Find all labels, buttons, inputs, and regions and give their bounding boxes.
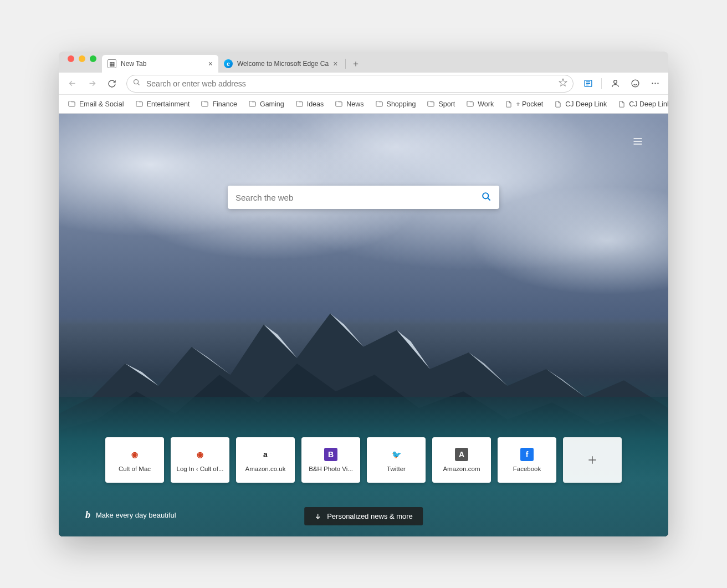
svg-point-5 — [654, 83, 656, 84]
bookmarks-bar: Email & SocialEntertainmentFinanceGaming… — [59, 95, 668, 114]
bookmark-item[interactable]: + Pocket — [500, 98, 547, 110]
quick-link-tile[interactable]: BB&H Photo Vi... — [301, 437, 360, 483]
feedback-button[interactable] — [626, 75, 644, 93]
toolbar — [59, 73, 668, 95]
bookmark-item[interactable]: CJ Deep Link — [550, 98, 611, 110]
web-search-input[interactable] — [235, 193, 481, 202]
tab-label: New Tab — [121, 60, 146, 68]
tile-label: Log In ‹ Cult of... — [176, 466, 223, 472]
quick-links-tiles: ◉Cult of Mac◉Log In ‹ Cult of...aAmazon.… — [105, 437, 622, 483]
bookmark-item[interactable]: Entertainment — [131, 98, 194, 110]
maximize-window-button[interactable] — [90, 55, 96, 62]
profile-button[interactable] — [606, 75, 624, 93]
address-input[interactable] — [146, 79, 553, 88]
tab-welcome-edge[interactable]: e Welcome to Microsoft Edge Ca × — [218, 55, 343, 73]
favorite-star-icon[interactable] — [559, 78, 567, 89]
page-favicon-icon: ▦ — [107, 59, 116, 68]
bookmark-item[interactable]: Ideas — [291, 98, 329, 110]
tile-label: Facebook — [513, 466, 541, 472]
reload-button[interactable] — [103, 75, 121, 93]
edge-favicon-icon: e — [224, 59, 233, 68]
window-controls — [63, 55, 102, 69]
add-tile-button[interactable] — [563, 437, 622, 483]
tile-label: Amazon.co.uk — [245, 466, 286, 472]
browser-window: ▦ New Tab × e Welcome to Microsoft Edge … — [59, 52, 668, 536]
bookmark-item[interactable]: CJ Deep Link — [613, 98, 668, 110]
quick-link-tile[interactable]: aAmazon.co.uk — [236, 437, 295, 483]
site-icon: B — [324, 448, 337, 461]
close-tab-button[interactable]: × — [208, 59, 213, 68]
bookmark-item[interactable]: Sport — [422, 98, 459, 110]
reading-view-button[interactable] — [579, 75, 597, 93]
quick-link-tile[interactable]: AAmazon.com — [432, 437, 491, 483]
svg-point-4 — [652, 83, 653, 84]
tab-label: Welcome to Microsoft Edge Ca — [237, 60, 329, 68]
svg-point-7 — [483, 193, 488, 198]
bookmark-label: + Pocket — [516, 100, 543, 108]
bookmark-item[interactable]: Work — [462, 98, 498, 110]
site-icon: 🐦 — [390, 448, 403, 461]
bookmark-label: Work — [478, 100, 494, 108]
forward-button[interactable] — [83, 75, 101, 93]
tile-label: Amazon.com — [443, 466, 480, 472]
bookmark-label: CJ Deep Link — [629, 100, 668, 108]
folder-icon — [135, 100, 144, 108]
close-tab-button[interactable]: × — [333, 59, 337, 68]
bookmark-label: Gaming — [260, 100, 284, 108]
site-icon: ◉ — [128, 448, 141, 461]
bookmark-label: Shopping — [387, 100, 416, 108]
back-button[interactable] — [63, 75, 81, 93]
new-tab-button[interactable]: ＋ — [348, 56, 364, 71]
quick-link-tile[interactable]: fFacebook — [498, 437, 556, 483]
folder-icon — [248, 100, 257, 108]
address-bar[interactable] — [126, 75, 574, 93]
tile-label: B&H Photo Vi... — [309, 466, 353, 472]
arrow-down-icon — [314, 513, 321, 520]
quick-link-tile[interactable]: ◉Log In ‹ Cult of... — [171, 437, 229, 483]
svg-point-3 — [632, 80, 639, 87]
toolbar-separator — [601, 78, 602, 89]
site-icon: a — [259, 448, 272, 461]
personalized-news-button[interactable]: Personalized news & more — [304, 507, 423, 525]
folder-icon — [375, 100, 383, 108]
bookmark-item[interactable]: Email & Social — [63, 98, 129, 110]
page-icon — [505, 100, 513, 108]
minimize-window-button[interactable] — [79, 55, 85, 62]
close-window-button[interactable] — [68, 55, 74, 62]
tab-divider — [345, 59, 346, 69]
quick-link-tile[interactable]: ◉Cult of Mac — [105, 437, 164, 483]
bookmark-label: CJ Deep Link — [565, 100, 607, 108]
site-icon: ◉ — [193, 448, 207, 461]
bing-tagline: b Make every day beautiful — [85, 509, 176, 521]
quick-link-tile[interactable]: 🐦Twitter — [367, 437, 426, 483]
bing-logo-icon: b — [85, 509, 90, 521]
site-icon: A — [455, 448, 468, 461]
bookmark-label: Ideas — [307, 100, 324, 108]
folder-icon — [466, 100, 474, 108]
bookmark-label: News — [346, 100, 364, 108]
page-icon — [618, 100, 626, 108]
page-settings-button[interactable] — [632, 136, 643, 149]
page-icon — [554, 100, 562, 108]
search-icon — [132, 78, 141, 89]
bookmark-label: Sport — [438, 100, 455, 108]
plus-icon — [587, 454, 598, 466]
settings-menu-button[interactable] — [646, 75, 664, 93]
bookmark-item[interactable]: Gaming — [244, 98, 289, 110]
bookmark-item[interactable]: News — [330, 98, 368, 110]
site-icon: f — [520, 448, 534, 461]
search-icon[interactable] — [481, 191, 492, 204]
folder-icon — [427, 100, 435, 108]
tagline-text: Make every day beautiful — [96, 511, 176, 519]
news-button-label: Personalized news & more — [327, 512, 413, 520]
tile-label: Twitter — [387, 466, 406, 472]
folder-icon — [335, 100, 343, 108]
bookmark-item[interactable]: Finance — [196, 98, 241, 110]
folder-icon — [68, 100, 76, 108]
tab-new-tab[interactable]: ▦ New Tab × — [102, 55, 218, 73]
bookmark-item[interactable]: Shopping — [371, 98, 421, 110]
web-search-box[interactable] — [228, 186, 499, 209]
svg-point-6 — [657, 83, 658, 84]
folder-icon — [201, 100, 209, 108]
folder-icon — [295, 100, 304, 108]
